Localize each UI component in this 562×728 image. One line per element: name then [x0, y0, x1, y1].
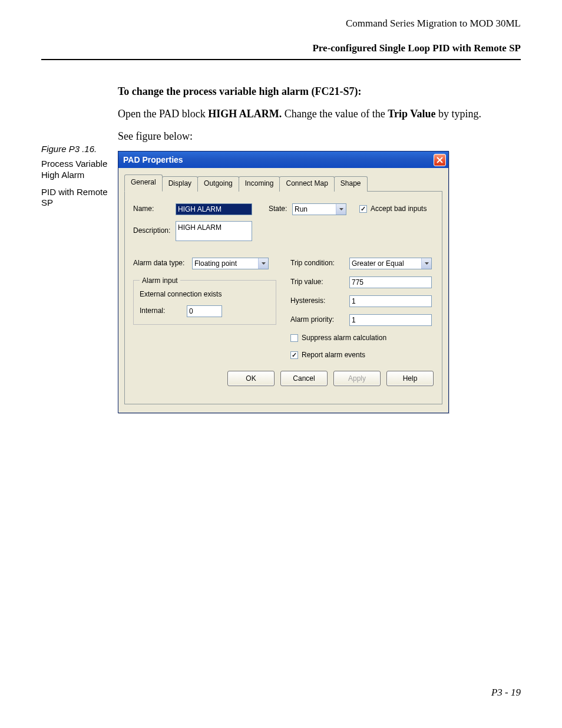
report-checkbox[interactable]: Report alarm events — [290, 350, 365, 360]
checkbox-icon — [290, 351, 298, 359]
trip-value-field[interactable]: 775 — [349, 276, 432, 288]
instruction-heading: To change the process variable high alar… — [118, 85, 362, 97]
alarm-priority-label: Alarm priority: — [290, 315, 349, 325]
tab-connect-map[interactable]: Connect Map — [279, 176, 334, 191]
name-label: Name: — [133, 204, 176, 214]
chevron-down-icon[interactable] — [258, 258, 268, 269]
doc-title: Command Series Migration to MOD 30ML — [41, 18, 521, 29]
see-figure: See figure below: — [118, 129, 521, 144]
section-title: Pre-configured Single Loop PID with Remo… — [41, 42, 521, 54]
tab-general[interactable]: General — [124, 174, 163, 191]
trip-value-label: Trip value: — [290, 277, 349, 287]
alarm-priority-field[interactable]: 1 — [349, 314, 432, 326]
dialog-title: PAD Properties — [123, 154, 183, 166]
suppress-label: Suppress alarm calculation — [302, 333, 386, 343]
description-field[interactable]: HIGH ALARM — [176, 221, 252, 241]
suppress-checkbox[interactable]: Suppress alarm calculation — [290, 333, 386, 343]
state-combo[interactable]: Run — [292, 203, 346, 215]
checkbox-icon — [290, 334, 298, 342]
chevron-down-icon[interactable] — [336, 204, 346, 215]
name-field[interactable]: HIGH ALARM — [176, 203, 252, 215]
pad-properties-dialog: PAD Properties General Display Outgoing … — [118, 151, 449, 413]
accept-bad-inputs-checkbox[interactable]: Accept bad inputs — [359, 204, 427, 214]
alarm-data-type-combo[interactable]: Floating point — [192, 258, 269, 269]
ok-button[interactable]: OK — [227, 371, 275, 386]
trip-condition-combo[interactable]: Greater or Equal — [349, 258, 432, 269]
titlebar[interactable]: PAD Properties — [118, 151, 448, 168]
close-icon[interactable] — [434, 154, 446, 166]
accept-label: Accept bad inputs — [371, 204, 427, 214]
external-connection-text: External connection exists — [140, 289, 270, 299]
hysteresis-label: Hysteresis: — [290, 296, 349, 306]
description-label: Description: — [133, 226, 176, 236]
chevron-down-icon[interactable] — [421, 258, 431, 269]
trip-condition-label: Trip condition: — [290, 258, 349, 268]
alarm-data-type-label: Alarm data type: — [133, 258, 192, 268]
state-label: State: — [269, 204, 292, 214]
tab-shape[interactable]: Shape — [334, 176, 368, 191]
report-label: Report alarm events — [302, 350, 365, 360]
checkbox-icon — [359, 205, 367, 213]
alarm-input-legend: Alarm input — [140, 276, 180, 285]
header-rule — [41, 59, 521, 60]
help-button[interactable]: Help — [386, 371, 434, 386]
tab-page-general: Name: HIGH ALARM State: Run Accept bad i… — [124, 192, 442, 405]
internal-field[interactable]: 0 — [187, 305, 222, 317]
figure-caption-1: Process Variable High Alarm — [41, 159, 118, 181]
tab-strip: General Display Outgoing Incoming Connec… — [124, 174, 442, 191]
cancel-button[interactable]: Cancel — [280, 371, 328, 386]
page-number: P3 - 19 — [491, 687, 521, 699]
tab-incoming[interactable]: Incoming — [239, 176, 280, 191]
figure-number: Figure P3 .16. — [41, 144, 118, 154]
apply-button[interactable]: Apply — [333, 371, 381, 386]
tab-outgoing[interactable]: Outgoing — [197, 176, 239, 191]
instruction-line: Open the PAD block HIGH ALARM. Change th… — [118, 106, 521, 121]
hysteresis-field[interactable]: 1 — [349, 295, 432, 307]
alarm-input-group: Alarm input External connection exists I… — [133, 276, 276, 325]
figure-caption-2: PID with Remote SP — [41, 187, 118, 209]
tab-display[interactable]: Display — [162, 176, 198, 191]
internal-label: Internal: — [140, 306, 187, 316]
